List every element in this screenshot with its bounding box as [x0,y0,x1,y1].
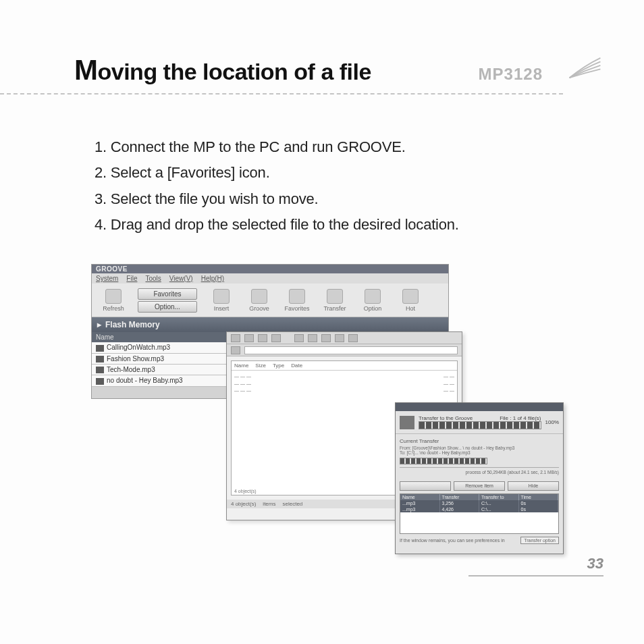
toolbar-option[interactable]: Option [355,289,390,312]
col-name[interactable]: Name [96,333,114,341]
address-icon [231,346,240,354]
menu-system[interactable]: System [96,275,118,282]
groove-titlebar: GROOVE [92,265,448,273]
transfer-footer-text: If the window remains, you can see prefe… [400,538,505,543]
toolbar-insert[interactable]: Insert [204,289,239,312]
toolbar-favorites[interactable]: Favorites [279,289,315,312]
step-2: 2. Select a [Favorites] icon. [95,161,603,185]
toolbar-icon[interactable] [244,334,254,342]
current-progress-bar [400,458,487,464]
toolbar-hot[interactable]: Hot [393,289,428,312]
step-3: 3. Select the file you wish to move. [95,187,603,211]
overall-percent: 100% [545,419,559,425]
explorer-columns: NameSizeTypeDate [232,361,457,371]
instruction-steps: 1. Connect the MP to the PC and run GROO… [95,135,603,237]
step-1: 1. Connect the MP to the PC and run GROO… [95,135,603,159]
toolbar-refresh[interactable]: Refresh [96,289,131,312]
transfer-logo-icon [400,416,414,429]
transfer-path-to: To: [C:\]... \no doubt - Hey Baby.mp3 [400,450,559,455]
list-item[interactable]: — — —— — [234,373,454,381]
toolbar-icon[interactable] [335,334,344,342]
groove-toolbar: Refresh Favorites Option... Insert Groov… [92,284,448,317]
transfer-titlebar [396,403,563,411]
page-title: Moving the location of a file [74,54,371,86]
toolbar-transfer[interactable]: Transfer [317,289,352,312]
toolbar-icon[interactable] [258,334,267,342]
transfer-queue-grid: NameTransferTransfer toTime ...mp33,256C… [400,493,559,534]
grid-header: NameTransferTransfer toTime [400,494,558,500]
page-footer: 33 [468,555,603,576]
menu-file[interactable]: File [126,275,137,282]
toolbar-icon[interactable] [271,334,281,342]
toolbar-icon[interactable] [308,334,317,342]
transfer-title: Transfer to the Groove [419,415,473,421]
transfer-path-from: From: [Groove]\Fashion Show... \ no doub… [400,446,559,450]
explorer-status-left: 4 object(s) [234,489,257,493]
hide-button[interactable]: Hide [508,481,559,491]
explorer-toolbar [227,332,462,344]
toolbar-icon[interactable] [321,334,331,342]
title-divider [0,93,563,95]
flash-icon: ▸ [97,320,101,329]
favorites-button[interactable]: Favorites [138,288,197,300]
pages-icon [566,53,603,83]
grid-row[interactable]: ...mp33,256C:\...0s [400,500,558,506]
transfer-file-count: File : 1 of 4 file(s) [500,415,541,421]
flash-memory-header: ▸ Flash Memory [92,317,448,332]
transfer-icon [327,289,343,304]
explorer-addressbar [227,344,462,356]
page-number: 33 [468,555,603,575]
remove-item-button[interactable]: Remove Item [454,481,505,491]
current-transfer-label: Current Transfer [400,438,559,444]
explorer-rows: — — —— — — — —— — — — —— — [232,371,457,398]
transfer-dialog: Transfer to the Groove File : 1 of 4 fil… [395,402,564,554]
address-input[interactable] [244,346,458,354]
hot-icon [402,289,419,304]
footer-rule [468,575,603,576]
groove-icon [251,289,267,304]
screenshot-composite: GROOVE System File Tools View(V) Help(H)… [91,264,570,561]
toolbar-icon[interactable] [294,334,304,342]
toolbar-groove[interactable]: Groove [242,289,277,312]
transfer-option-button[interactable]: Transfer option [520,537,559,544]
step-4: 4. Drag and drop the selected file to th… [95,213,603,237]
insert-icon [213,289,230,304]
transfer-speed: process of 50,294KB (about 24.1 sec, 2.1… [400,470,559,475]
menu-help[interactable]: Help(H) [201,275,224,282]
transfer-button-1[interactable] [400,481,451,491]
favorites-icon [289,289,305,304]
groove-menubar: System File Tools View(V) Help(H) [92,273,448,284]
option-button[interactable]: Option... [138,301,197,313]
overall-progress-bar [419,421,541,429]
menu-tools[interactable]: Tools [145,275,161,282]
model-number: MP3128 [479,65,543,84]
toolbar-icon[interactable] [231,334,240,342]
refresh-icon [105,289,122,304]
grid-row[interactable]: ...mp34,426C:\...0s [400,506,558,512]
toolbar-icon[interactable] [348,334,358,342]
list-item[interactable]: — — —— — [234,387,454,395]
list-item[interactable]: — — —— — [234,381,454,388]
menu-view[interactable]: View(V) [169,275,193,282]
option-icon [365,289,381,304]
